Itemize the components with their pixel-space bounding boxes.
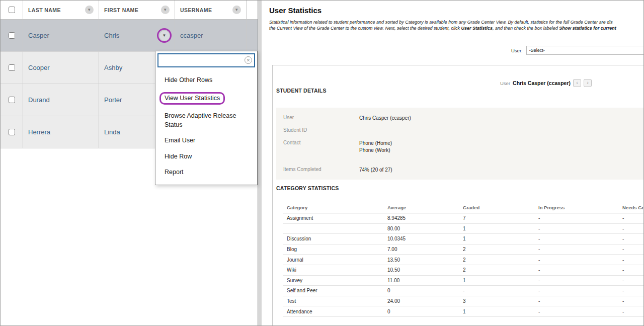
next-user-button[interactable]: › — [584, 79, 592, 87]
stats-row: Attendance 0 1 - - — [283, 306, 644, 317]
detail-label: Contact — [283, 140, 359, 154]
row-checkbox[interactable] — [9, 64, 15, 71]
column-menu-icon[interactable]: ▼ — [232, 6, 241, 14]
menu-item-email-user[interactable]: Email User — [155, 133, 257, 149]
detail-value: 74% (20 of 27) — [359, 167, 392, 174]
detail-row-contact: Contact Phone (Home) Phone (Work) — [283, 140, 392, 154]
stats-row: Wiki 10.50 2 - - — [283, 265, 644, 276]
column-header-last-name[interactable]: LAST NAME ▼ — [23, 1, 99, 20]
detail-label: User — [283, 115, 359, 122]
row-checkbox[interactable] — [9, 129, 15, 135]
page-title: User Statistics — [269, 6, 321, 15]
clear-search-icon[interactable]: ✕ — [245, 56, 252, 64]
stats-cell-category: Wiki — [283, 267, 383, 273]
menu-item-view-user-statistics[interactable]: View User Statistics — [155, 89, 257, 109]
row-select-cell — [1, 84, 23, 116]
column-header-partial — [247, 1, 258, 20]
last-name-cell: Casper — [23, 20, 99, 52]
column-menu-icon[interactable]: ▼ — [161, 6, 170, 14]
stats-header-row: Category Average Graded In Progress Need… — [283, 202, 644, 213]
stats-cell-average: 0 — [383, 288, 459, 293]
stats-cell-in-progress: - — [534, 309, 618, 314]
row-select-cell — [1, 116, 23, 148]
stats-header-cell: Category — [283, 205, 383, 210]
pager-user-name: Chris Casper (ccasper) — [513, 80, 571, 86]
row-checkbox[interactable] — [9, 97, 15, 103]
column-header-first-name[interactable]: FIRST NAME ▼ — [99, 1, 175, 20]
menu-list: Hide Other Rows View User Statistics Bro… — [155, 69, 257, 181]
stats-cell-in-progress: - — [534, 267, 618, 273]
column-header-label: LAST NAME — [28, 7, 61, 13]
row-checkbox[interactable] — [9, 32, 15, 39]
detail-row-items-completed: Items Completed 74% (20 of 27) — [283, 167, 392, 174]
stats-cell-needs-grading: - — [618, 247, 644, 252]
stats-cell-needs-grading: - — [618, 288, 644, 293]
stats-cell-average: 10.0345 — [383, 236, 459, 241]
select-all-cell — [1, 1, 23, 20]
stats-cell-needs-grading: - — [618, 267, 644, 273]
stats-cell-needs-grading: - — [618, 309, 644, 314]
pager-user-label: User — [500, 80, 510, 86]
stats-cell-category: Self and Peer — [283, 288, 383, 293]
menu-filter-input[interactable] — [157, 53, 255, 67]
select-all-checkbox[interactable] — [9, 7, 15, 13]
stats-row: Self and Peer 0 - - - — [283, 286, 644, 296]
stats-cell-in-progress: - — [534, 226, 618, 231]
stats-cell-needs-grading: - — [618, 298, 644, 304]
menu-item-browse-adaptive-release-status[interactable]: Browse Adaptive Release Status — [155, 108, 249, 133]
menu-item-report[interactable]: Report — [155, 165, 257, 181]
stats-header-cell: In Progress — [534, 205, 618, 210]
stats-cell-category: Discussion — [283, 236, 383, 241]
stats-cell-in-progress: - — [534, 215, 618, 221]
stats-cell-average: 24.00 — [383, 298, 459, 304]
previous-user-button[interactable]: ‹ — [573, 79, 581, 87]
stats-cell-average: 13.50 — [383, 257, 459, 263]
stats-cell-graded: 7 — [459, 215, 534, 221]
contact-phone-home: Phone (Home) — [359, 140, 392, 147]
stats-header-cell: Graded — [459, 205, 534, 210]
user-statistics-panel: User Statistics Statistical information … — [262, 1, 644, 326]
detail-label: Student ID — [283, 127, 359, 133]
screenshot-frame: LAST NAME ▼ FIRST NAME ▼ USERNAME ▼ Casp… — [0, 0, 644, 326]
user-select-dropdown[interactable]: -Select- — [526, 46, 644, 55]
stats-header-cell: Needs Gr — [618, 205, 644, 210]
stats-cell-average: 10.50 — [383, 267, 459, 273]
detail-row-user: User Chris Casper (ccasper) — [283, 115, 411, 122]
stats-row: Blog 7.00 2 - - — [283, 244, 644, 255]
contact-phone-work: Phone (Work) — [359, 147, 392, 154]
stats-row: 80.00 1 - - — [283, 224, 644, 234]
description-text: the Current View of the Grade Center to … — [269, 26, 461, 31]
stats-cell-needs-grading: - — [618, 226, 644, 231]
category-statistics-heading: CATEGORY STATISTICS — [276, 185, 339, 191]
student-details-panel: User Chris Casper (ccasper) Student ID C… — [276, 108, 644, 180]
stats-row: Journal 13.50 2 - - — [283, 255, 644, 265]
column-menu-icon[interactable]: ▼ — [85, 6, 94, 14]
stats-cell-category: Blog — [283, 247, 383, 252]
stats-cell-graded: 2 — [459, 257, 534, 263]
stats-cell-category: Test — [283, 298, 383, 304]
description-text: Statistical information related to stude… — [269, 20, 613, 25]
row-context-menu-button[interactable]: ▼ — [159, 31, 170, 41]
last-name-cell: Durand — [23, 84, 99, 116]
stats-row: Discussion 10.0345 1 - - — [283, 234, 644, 244]
stats-cell-average: 11.00 — [383, 278, 459, 283]
stats-cell-average: 8.94285 — [383, 215, 459, 221]
stats-cell-graded: - — [459, 288, 534, 293]
stats-cell-in-progress: - — [534, 257, 618, 263]
student-details-heading: STUDENT DETAILS — [276, 88, 327, 94]
menu-item-hide-other-rows[interactable]: Hide Other Rows — [155, 72, 257, 89]
statistics-content-box: User Chris Casper (ccasper) ‹ › STUDENT … — [272, 65, 644, 326]
menu-item-hide-row[interactable]: Hide Row — [155, 149, 257, 165]
description-line-2: the Current View of the Grade Center to … — [269, 26, 644, 31]
first-name-text: Chris — [104, 32, 119, 39]
user-filter-row: User: -Select- — [511, 46, 644, 55]
stats-cell-needs-grading: - — [618, 236, 644, 241]
menu-search-wrap: ✕ — [157, 53, 255, 67]
first-name-cell: Chris ▼ — [99, 20, 175, 52]
row-select-cell — [1, 20, 23, 52]
stats-cell-graded: 1 — [459, 226, 534, 231]
stats-cell-average: 80.00 — [383, 226, 459, 231]
column-header-username[interactable]: USERNAME ▼ — [175, 1, 247, 20]
detail-row-student-id: Student ID — [283, 127, 359, 133]
detail-value: Chris Casper (ccasper) — [359, 115, 411, 122]
